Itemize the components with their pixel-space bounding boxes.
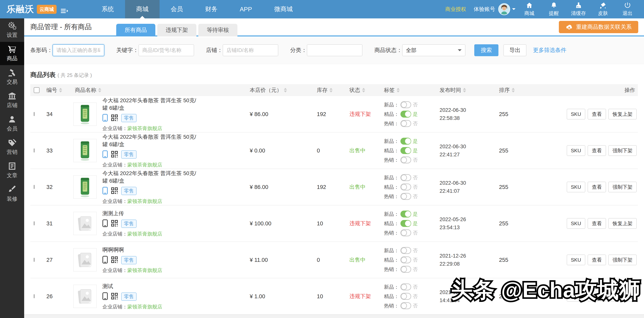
tab-all-products[interactable]: 所有商品: [116, 24, 155, 36]
store-link[interactable]: 蒙顿茶膏旗舰店: [127, 304, 162, 310]
sidebar-item-shop[interactable]: 店铺: [0, 88, 24, 112]
tag-toggle-hot[interactable]: [400, 193, 411, 200]
nav-item-mall[interactable]: 商城: [125, 0, 160, 18]
avatar[interactable]: [498, 3, 510, 15]
tag-toggle-new[interactable]: [400, 138, 411, 144]
sort-control[interactable]: [98, 88, 101, 92]
row-action-button[interactable]: SKU: [567, 254, 585, 265]
product-name[interactable]: 测试: [102, 282, 162, 290]
row-action-button[interactable]: 查看: [588, 218, 606, 229]
nav-item-member[interactable]: 会员: [160, 0, 194, 18]
sidebar-item-articles[interactable]: 文章: [0, 159, 24, 182]
export-button[interactable]: 导出: [504, 44, 526, 56]
nav-item-system[interactable]: 系统: [90, 0, 125, 18]
tag-toggle-fine[interactable]: [400, 256, 411, 263]
row-checkbox[interactable]: [34, 258, 34, 262]
tag-label-fine: 精品：: [384, 220, 399, 227]
row-action-button[interactable]: SKU: [567, 182, 585, 192]
rebuild-data-button[interactable]: 重建商品数据关联关系: [559, 21, 638, 33]
sort-control[interactable]: [59, 88, 62, 92]
row-action-button[interactable]: 恢复上架: [608, 218, 637, 229]
sidebar-item-members[interactable]: 会员: [0, 112, 24, 136]
barcode-input[interactable]: [52, 44, 104, 56]
sort-control[interactable]: [330, 88, 332, 92]
tag-toggle-new[interactable]: [400, 101, 411, 108]
nav-item-wechat-mall[interactable]: 微商城: [263, 0, 304, 18]
row-action-button[interactable]: SKU: [567, 109, 585, 120]
row-action-button[interactable]: 强制下架: [608, 182, 637, 192]
tag-toggle-new[interactable]: [400, 284, 411, 290]
nav-item-finance[interactable]: 财务: [194, 0, 228, 18]
sidebar-item-settings[interactable]: 设置: [0, 18, 24, 42]
sort-control[interactable]: [284, 88, 287, 92]
product-name[interactable]: 测测上传: [102, 210, 162, 217]
sort-control[interactable]: [396, 88, 400, 92]
tag-label-new: 新品：: [384, 211, 399, 218]
keyword-input[interactable]: [138, 44, 194, 56]
menu-toggle-icon[interactable]: [61, 9, 70, 13]
sort-control[interactable]: [463, 88, 466, 92]
category-input[interactable]: [307, 44, 362, 56]
sidebar-item-products[interactable]: 商品: [0, 42, 24, 65]
row-action-button[interactable]: 查看: [588, 145, 606, 156]
status-select[interactable]: [402, 44, 466, 56]
row-action-button[interactable]: 恢复上架: [608, 109, 637, 120]
tag-toggle-fine[interactable]: [400, 184, 411, 190]
tag-toggle-hot[interactable]: [400, 156, 411, 164]
nav-action-logout[interactable]: 退出: [617, 2, 638, 17]
product-name[interactable]: 今大福 2022年头春散茶 普洱生茶 50克/罐 6罐/盒: [102, 97, 196, 112]
sort-control[interactable]: [362, 88, 365, 92]
more-filters-link[interactable]: 更多筛选条件: [533, 46, 566, 54]
row-checkbox[interactable]: [34, 185, 34, 189]
commercial-auth-link[interactable]: 商业授权: [445, 6, 466, 13]
tag-toggle-fine[interactable]: [400, 111, 411, 118]
row-checkbox[interactable]: [34, 148, 34, 152]
row-action-button[interactable]: 查看: [588, 254, 606, 265]
store-link[interactable]: 蒙顿茶膏旗舰店: [127, 267, 162, 273]
qr-code-icon: [111, 256, 118, 264]
tag-toggle-fine[interactable]: [400, 220, 411, 227]
phone-icon: [102, 220, 108, 228]
sidebar-item-decorate[interactable]: 装修: [0, 182, 24, 206]
tag-toggle-hot[interactable]: [400, 302, 411, 309]
store-link[interactable]: 蒙顿茶膏旗舰店: [127, 231, 162, 237]
sort-control[interactable]: [512, 88, 515, 92]
tag-toggle-new[interactable]: [400, 174, 411, 181]
sidebar-item-trade[interactable]: 交易: [0, 65, 24, 88]
row-action-button[interactable]: SKU: [567, 145, 585, 156]
nav-action-notify[interactable]: 提醒: [543, 2, 564, 17]
tab-pending-review[interactable]: 等待审核: [198, 24, 238, 36]
row-checkbox[interactable]: [34, 294, 34, 298]
tag-toggle-hot[interactable]: [400, 266, 411, 273]
store-link[interactable]: 蒙顿茶膏旗舰店: [127, 198, 162, 204]
row-action-button[interactable]: 强制下架: [608, 145, 637, 156]
tag-toggle-hot[interactable]: [400, 120, 411, 127]
tab-violation-removed[interactable]: 违规下架: [157, 24, 196, 36]
row-action-button[interactable]: 查看: [588, 182, 606, 192]
nav-item-app[interactable]: APP: [228, 0, 263, 18]
product-name[interactable]: 今大福 2022年头春散茶 普洱生茶 50克/罐 6罐/盒: [102, 133, 196, 148]
tag-toggle-new[interactable]: [400, 247, 411, 254]
row-action-button[interactable]: 强制下架: [608, 254, 637, 265]
store-link[interactable]: 蒙顿茶膏旗舰店: [127, 162, 162, 168]
tag-toggle-fine[interactable]: [400, 293, 411, 300]
store-link[interactable]: 蒙顿茶膏旗舰店: [127, 126, 162, 131]
tag-toggle-hot[interactable]: [400, 230, 411, 236]
row-action-button[interactable]: 查看: [588, 109, 606, 120]
sidebar-item-marketing[interactable]: 营销: [0, 136, 24, 159]
nav-action-mall[interactable]: 商城: [518, 2, 540, 17]
row-action-button[interactable]: SKU: [567, 218, 585, 229]
tag-toggle-new[interactable]: [400, 210, 411, 218]
search-button[interactable]: 搜索: [474, 44, 498, 56]
shop-input[interactable]: [223, 44, 278, 56]
select-all-checkbox[interactable]: [34, 87, 40, 93]
product-name[interactable]: 啊啊啊啊: [102, 246, 162, 254]
product-name[interactable]: 今大福 2022年头春散茶 普洱生茶 50克/罐 6罐/盒: [102, 170, 196, 184]
tag-toggle-fine[interactable]: [400, 147, 411, 154]
row-checkbox[interactable]: [34, 221, 34, 225]
nav-action-clear-cache[interactable]: 清缓存: [568, 2, 589, 17]
chevron-down-icon[interactable]: [512, 8, 516, 12]
col-price: 本店价（元）: [250, 86, 282, 94]
nav-action-skin[interactable]: 皮肤: [592, 2, 614, 17]
row-checkbox[interactable]: [34, 112, 34, 116]
